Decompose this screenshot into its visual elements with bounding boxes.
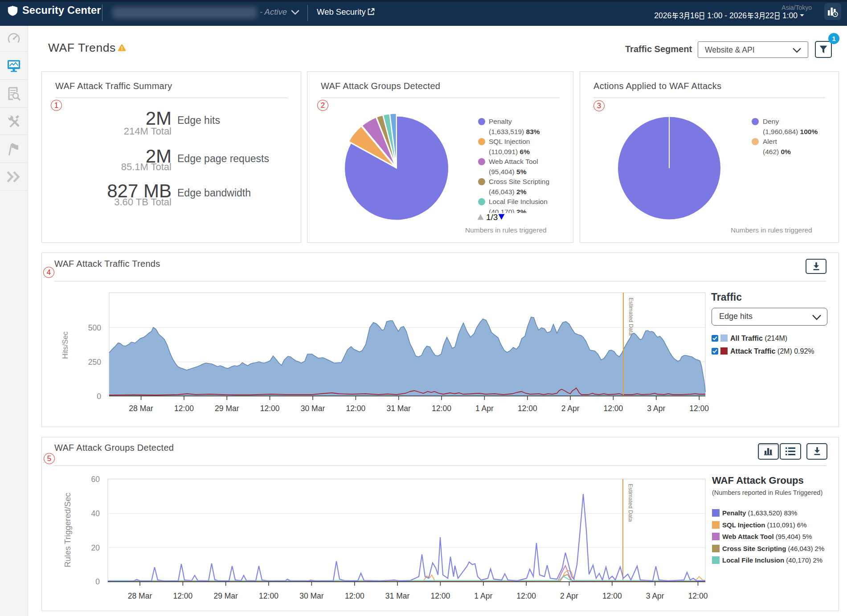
- svg-text:0: 0: [97, 392, 101, 401]
- svg-text:29 Mar: 29 Mar: [213, 592, 238, 600]
- svg-text:Hits/Sec: Hits/Sec: [61, 331, 69, 359]
- svg-text:Estimated Data: Estimated Data: [628, 298, 634, 336]
- svg-text:60: 60: [91, 475, 100, 484]
- svg-text:Estimated Data: Estimated Data: [627, 484, 634, 522]
- svg-text:12:00: 12:00: [689, 404, 709, 413]
- svg-text:12:00: 12:00: [173, 592, 193, 600]
- svg-text:30 Mar: 30 Mar: [301, 404, 325, 413]
- svg-text:12:00: 12:00: [260, 404, 280, 413]
- svg-text:12:00: 12:00: [432, 404, 451, 413]
- svg-text:28 Mar: 28 Mar: [128, 592, 152, 600]
- svg-text:2 Apr: 2 Apr: [560, 592, 578, 600]
- svg-text:12:00: 12:00: [518, 404, 537, 413]
- svg-text:500: 500: [88, 323, 101, 332]
- svg-text:12:00: 12:00: [259, 592, 278, 600]
- svg-text:250: 250: [88, 358, 101, 367]
- svg-text:2 Apr: 2 Apr: [561, 404, 580, 413]
- svg-text:20: 20: [91, 543, 100, 552]
- svg-text:1 Apr: 1 Apr: [475, 404, 494, 413]
- svg-text:12:00: 12:00: [346, 404, 366, 413]
- svg-text:31 Mar: 31 Mar: [385, 592, 410, 600]
- svg-text:12:00: 12:00: [688, 592, 708, 600]
- svg-text:12:00: 12:00: [174, 404, 194, 413]
- svg-text:3 Apr: 3 Apr: [646, 592, 664, 600]
- svg-text:3 Apr: 3 Apr: [647, 404, 665, 413]
- svg-text:12:00: 12:00: [431, 592, 450, 600]
- svg-text:12:00: 12:00: [604, 404, 623, 413]
- svg-text:30 Mar: 30 Mar: [299, 592, 324, 600]
- svg-text:12:00: 12:00: [602, 592, 622, 600]
- svg-text:31 Mar: 31 Mar: [386, 404, 411, 413]
- svg-text:12:00: 12:00: [345, 592, 364, 600]
- svg-text:Rules Triggered/Sec: Rules Triggered/Sec: [63, 493, 72, 567]
- svg-text:29 Mar: 29 Mar: [215, 404, 239, 413]
- svg-text:1 Apr: 1 Apr: [474, 592, 492, 600]
- svg-text:0: 0: [95, 577, 100, 586]
- svg-text:12:00: 12:00: [516, 592, 536, 600]
- svg-text:28 Mar: 28 Mar: [129, 404, 153, 413]
- svg-text:40: 40: [91, 509, 100, 518]
